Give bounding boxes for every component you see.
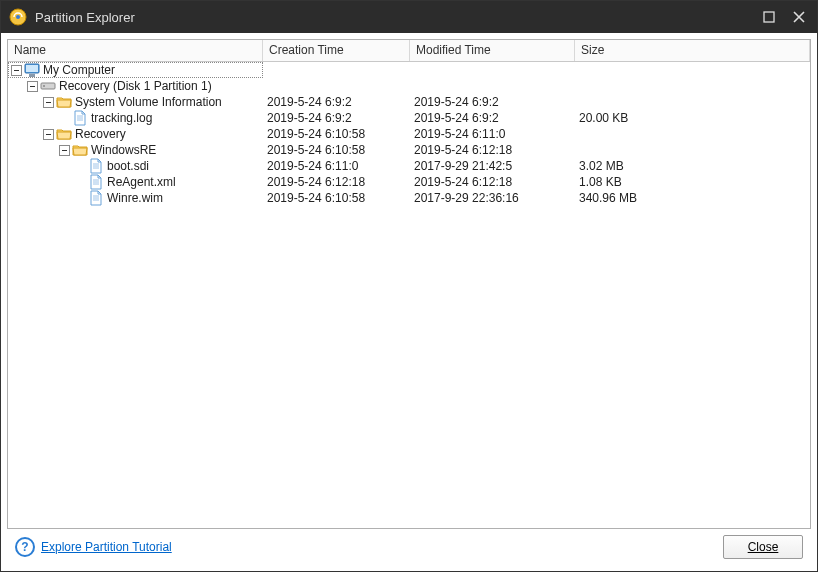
cell-mtime: 2017-9-29 22:36:16 <box>410 190 575 206</box>
tree-label: Recovery <box>75 126 126 142</box>
folder-open-icon <box>56 94 72 110</box>
cell-ctime: 2019-5-24 6:9:2 <box>263 94 410 110</box>
tree-row-boot-sdi[interactable]: boot.sdi 2019-5-24 6:11:0 2017-9-29 21:4… <box>8 158 810 174</box>
tree-row-winre-wim[interactable]: Winre.wim 2019-5-24 6:10:58 2017-9-29 22… <box>8 190 810 206</box>
footer-bar: ? Explore Partition Tutorial Close <box>7 529 811 565</box>
column-header-size[interactable]: Size <box>575 40 810 61</box>
file-icon <box>88 190 104 206</box>
cell-ctime: 2019-5-24 6:11:0 <box>263 158 410 174</box>
cell-size <box>575 126 810 142</box>
column-header-row: Name Creation Time Modified Time Size <box>8 40 810 62</box>
tree-row-my-computer[interactable]: My Computer <box>8 62 810 78</box>
window-title: Partition Explorer <box>35 10 759 25</box>
svg-rect-2 <box>764 12 774 22</box>
partition-explorer-window: Partition Explorer Name Creation Time Mo… <box>0 0 818 572</box>
cell-mtime: 2019-5-24 6:12:18 <box>410 174 575 190</box>
cell-size <box>575 142 810 158</box>
expand-toggle-icon[interactable] <box>43 97 54 108</box>
computer-icon <box>24 62 40 78</box>
svg-rect-6 <box>29 74 35 77</box>
column-header-creation-time[interactable]: Creation Time <box>263 40 410 61</box>
tree-row-reagent-xml[interactable]: ReAgent.xml 2019-5-24 6:12:18 2019-5-24 … <box>8 174 810 190</box>
cell-ctime: 2019-5-24 6:10:58 <box>263 190 410 206</box>
tree-row-partition[interactable]: Recovery (Disk 1 Partition 1) <box>8 78 810 94</box>
expand-toggle-icon[interactable] <box>11 65 22 76</box>
tree-row-svi[interactable]: System Volume Information 2019-5-24 6:9:… <box>8 94 810 110</box>
cell-ctime: 2019-5-24 6:10:58 <box>263 126 410 142</box>
column-header-name[interactable]: Name <box>8 40 263 61</box>
tree-label: Recovery (Disk 1 Partition 1) <box>59 78 212 94</box>
folder-open-icon <box>56 126 72 142</box>
svg-point-9 <box>43 85 45 87</box>
tree-label: Winre.wim <box>107 190 163 206</box>
file-icon <box>88 174 104 190</box>
tutorial-link[interactable]: Explore Partition Tutorial <box>41 540 172 554</box>
file-listview: Name Creation Time Modified Time Size <box>7 39 811 529</box>
tree-row-recovery[interactable]: Recovery 2019-5-24 6:10:58 2019-5-24 6:1… <box>8 126 810 142</box>
tree-label: My Computer <box>43 62 115 78</box>
column-header-modified-time[interactable]: Modified Time <box>410 40 575 61</box>
tree-label: System Volume Information <box>75 94 222 110</box>
folder-open-icon <box>72 142 88 158</box>
close-button[interactable] <box>789 7 809 27</box>
svg-rect-5 <box>26 65 38 72</box>
tree-label: tracking.log <box>91 110 152 126</box>
maximize-button[interactable] <box>759 7 779 27</box>
file-icon <box>88 158 104 174</box>
svg-point-1 <box>16 15 20 19</box>
tree-label: ReAgent.xml <box>107 174 176 190</box>
cell-ctime: 2019-5-24 6:12:18 <box>263 174 410 190</box>
tree-body: My Computer <box>8 62 810 528</box>
cell-size: 3.02 MB <box>575 158 810 174</box>
cell-mtime: 2019-5-24 6:11:0 <box>410 126 575 142</box>
cell-size: 340.96 MB <box>575 190 810 206</box>
tree-row-tracking-log[interactable]: tracking.log 2019-5-24 6:9:2 2019-5-24 6… <box>8 110 810 126</box>
titlebar: Partition Explorer <box>1 1 817 33</box>
cell-size: 1.08 KB <box>575 174 810 190</box>
cell-size: 20.00 KB <box>575 110 810 126</box>
disk-icon <box>40 78 56 94</box>
cell-mtime: 2019-5-24 6:12:18 <box>410 142 575 158</box>
tree-label: WindowsRE <box>91 142 156 158</box>
expand-toggle-icon[interactable] <box>27 81 38 92</box>
app-icon <box>9 8 27 26</box>
tree-label: boot.sdi <box>107 158 149 174</box>
cell-ctime: 2019-5-24 6:10:58 <box>263 142 410 158</box>
svg-text:?: ? <box>21 540 28 554</box>
help-icon: ? <box>15 537 35 557</box>
cell-ctime: 2019-5-24 6:9:2 <box>263 110 410 126</box>
cell-mtime: 2019-5-24 6:9:2 <box>410 110 575 126</box>
close-dialog-button[interactable]: Close <box>723 535 803 559</box>
expand-toggle-icon[interactable] <box>59 145 70 156</box>
cell-size <box>575 94 810 110</box>
tree-row-windowsre[interactable]: WindowsRE 2019-5-24 6:10:58 2019-5-24 6:… <box>8 142 810 158</box>
file-icon <box>72 110 88 126</box>
cell-mtime: 2019-5-24 6:9:2 <box>410 94 575 110</box>
content-area: Name Creation Time Modified Time Size <box>1 33 817 571</box>
cell-mtime: 2017-9-29 21:42:5 <box>410 158 575 174</box>
expand-toggle-icon[interactable] <box>43 129 54 140</box>
